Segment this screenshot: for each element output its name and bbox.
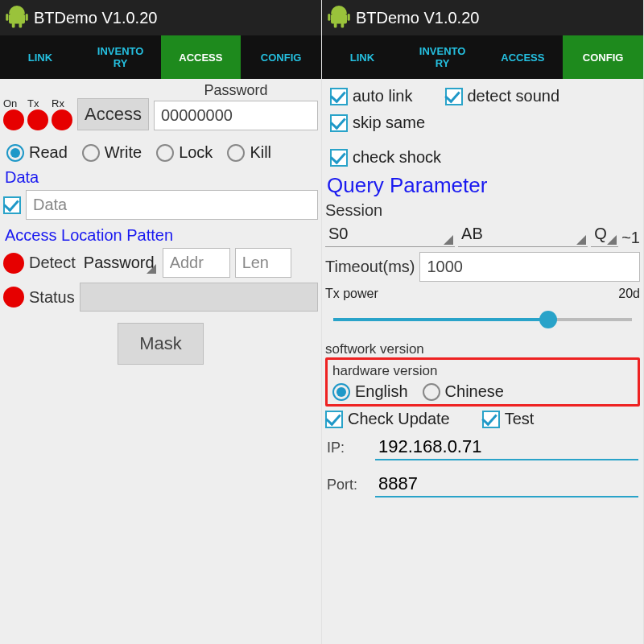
checkbox-icon — [445, 88, 463, 105]
tab-access[interactable]: ACCESS — [483, 35, 564, 79]
status-label: Status — [29, 288, 75, 307]
radio-chinese[interactable]: Chinese — [423, 382, 504, 401]
txpower-value: 20d — [618, 287, 640, 301]
radio-english[interactable]: English — [332, 382, 408, 401]
status-indicators: On Tx Rx — [3, 97, 72, 130]
addr-input[interactable] — [163, 248, 230, 278]
radio-lock[interactable]: Lock — [156, 143, 213, 162]
session-spinner[interactable]: S0 — [325, 221, 455, 247]
len-input[interactable] — [235, 248, 291, 278]
content-config: auto link detect sound skip same check s… — [322, 79, 643, 644]
data-heading: Data — [3, 167, 318, 190]
timeout-input[interactable] — [419, 252, 640, 282]
timeout-label: Timeout(ms) — [325, 258, 415, 276]
radio-write[interactable]: Write — [82, 143, 142, 162]
access-button[interactable]: Access — [77, 98, 149, 130]
titlebar-right: BTDemo V1.0.20 — [322, 0, 643, 35]
tab-inventory[interactable]: INVENTO RY — [80, 35, 161, 79]
svg-rect-5 — [12, 23, 15, 27]
memory-spinner[interactable]: Password — [80, 250, 158, 275]
content-access: On Tx Rx Access Password Read — [0, 79, 321, 644]
svg-rect-3 — [6, 14, 8, 21]
checkbox-icon — [330, 88, 348, 105]
svg-rect-11 — [341, 23, 345, 27]
chk-detect-sound[interactable]: detect sound — [445, 87, 560, 105]
ab-spinner[interactable]: AB — [458, 221, 588, 247]
label-tx: Tx — [27, 97, 48, 109]
txpower-label: Tx power — [325, 287, 378, 301]
checkbox-icon — [325, 411, 343, 428]
svg-rect-7 — [331, 14, 347, 24]
svg-rect-6 — [19, 23, 23, 27]
password-label: Password — [204, 82, 267, 99]
tabbar-left: LINK INVENTO RY ACCESS CONFIG — [0, 35, 321, 79]
tab-config[interactable]: CONFIG — [563, 35, 643, 79]
txpower-slider[interactable] — [333, 306, 632, 333]
checkbox-icon — [330, 149, 348, 167]
svg-rect-2 — [9, 14, 25, 24]
hardware-version-label: hardware version — [332, 363, 633, 379]
radio-icon — [227, 144, 245, 162]
checkbox-icon — [330, 114, 348, 132]
label-rx: Rx — [52, 97, 72, 109]
app-title: BTDemo V1.0.20 — [356, 9, 479, 27]
ip-label: IP: — [327, 440, 359, 456]
rx-led-icon — [52, 109, 72, 130]
chk-test[interactable]: Test — [482, 410, 535, 428]
radio-icon — [423, 383, 440, 401]
radio-kill[interactable]: Kill — [227, 143, 271, 162]
tab-link[interactable]: LINK — [0, 35, 80, 79]
screen-config: BTDemo V1.0.20 LINK INVENTO RY ACCESS CO… — [322, 0, 644, 644]
app-title: BTDemo V1.0.20 — [34, 9, 157, 27]
ip-input[interactable] — [375, 435, 638, 460]
slider-thumb-icon — [539, 311, 557, 328]
softwork-version-label: softwork version — [325, 341, 640, 357]
operation-radios: Read Write Lock Kill — [3, 135, 318, 167]
detect-led-icon — [3, 253, 24, 274]
chk-auto-link[interactable]: auto link — [330, 87, 413, 105]
chk-check-update[interactable]: Check Update — [325, 410, 450, 428]
q-spinner[interactable]: Q — [591, 221, 618, 247]
tx-led-icon — [27, 109, 48, 130]
radio-icon — [82, 144, 100, 162]
label-on: On — [3, 97, 24, 109]
checkbox-icon — [482, 411, 500, 428]
svg-rect-4 — [26, 14, 28, 21]
chk-check-shock[interactable]: check shock — [330, 148, 441, 167]
slider-fill-icon — [333, 318, 548, 321]
screen-access: BTDemo V1.0.20 LINK INVENTO RY ACCESS CO… — [0, 0, 322, 644]
titlebar-left: BTDemo V1.0.20 — [0, 0, 321, 35]
radio-icon — [332, 383, 350, 401]
port-label: Port: — [327, 477, 359, 493]
radio-read[interactable]: Read — [6, 143, 68, 162]
status-output — [80, 283, 318, 312]
tabbar-right: LINK INVENTO RY ACCESS CONFIG — [322, 35, 643, 79]
tab-access[interactable]: ACCESS — [161, 35, 242, 79]
q-value: ~1 — [621, 229, 640, 247]
session-label: Session — [325, 201, 640, 220]
detect-label: Detect — [29, 254, 76, 272]
radio-icon — [6, 144, 24, 162]
chk-skip-same[interactable]: skip same — [330, 114, 425, 132]
data-input[interactable] — [26, 190, 318, 220]
language-highlight: hardware version English Chinese — [325, 357, 640, 407]
svg-rect-8 — [328, 14, 330, 21]
svg-rect-9 — [348, 14, 350, 21]
data-checkbox[interactable] — [3, 196, 21, 214]
android-icon — [327, 6, 351, 30]
port-input[interactable] — [375, 472, 638, 497]
on-led-icon — [3, 109, 24, 130]
query-parameter-heading: Query Parameter — [325, 171, 640, 201]
mask-button[interactable]: Mask — [118, 323, 204, 365]
tab-config[interactable]: CONFIG — [241, 35, 321, 79]
password-input[interactable] — [154, 101, 318, 130]
svg-rect-10 — [334, 23, 337, 27]
checkbox-icon — [3, 196, 21, 214]
location-heading: Access Location Patten — [3, 225, 318, 248]
tab-link[interactable]: LINK — [322, 35, 402, 79]
android-icon — [5, 6, 29, 30]
status-led-icon — [3, 287, 24, 308]
radio-icon — [156, 144, 174, 162]
tab-inventory[interactable]: INVENTO RY — [402, 35, 483, 79]
